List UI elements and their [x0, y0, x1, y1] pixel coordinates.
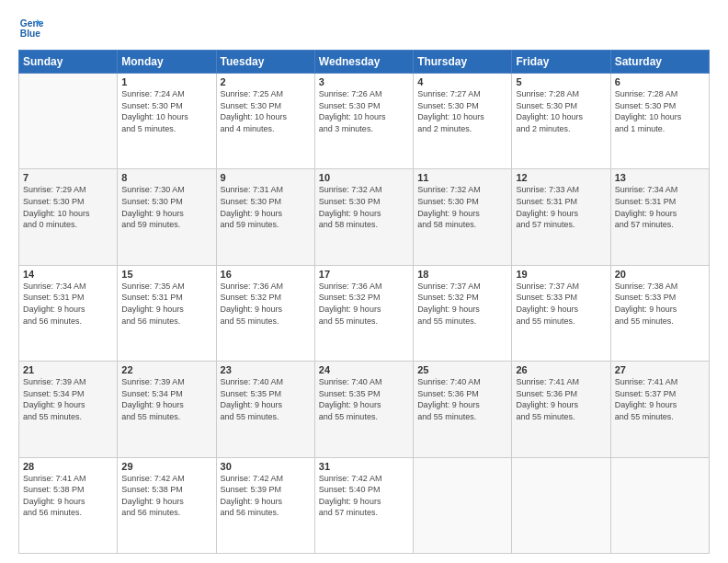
day-cell: 31Sunrise: 7:42 AM Sunset: 5:40 PM Dayli…: [314, 457, 413, 553]
day-cell: 3Sunrise: 7:26 AM Sunset: 5:30 PM Daylig…: [314, 74, 413, 169]
day-number: 13: [615, 172, 705, 183]
day-info: Sunrise: 7:32 AM Sunset: 5:30 PM Dayligh…: [417, 184, 507, 230]
day-info: Sunrise: 7:36 AM Sunset: 5:32 PM Dayligh…: [319, 281, 409, 327]
day-info: Sunrise: 7:28 AM Sunset: 5:30 PM Dayligh…: [615, 88, 705, 134]
day-number: 1: [121, 76, 211, 87]
day-number: 27: [615, 364, 705, 375]
day-info: Sunrise: 7:33 AM Sunset: 5:31 PM Dayligh…: [516, 184, 606, 230]
day-info: Sunrise: 7:37 AM Sunset: 5:32 PM Dayligh…: [417, 281, 507, 327]
logo-icon: General Blue: [18, 15, 44, 40]
day-number: 4: [417, 76, 507, 87]
day-cell: 24Sunrise: 7:40 AM Sunset: 5:35 PM Dayli…: [314, 362, 413, 457]
day-info: Sunrise: 7:41 AM Sunset: 5:37 PM Dayligh…: [615, 376, 705, 422]
day-cell: 15Sunrise: 7:35 AM Sunset: 5:31 PM Dayli…: [118, 265, 216, 361]
day-info: Sunrise: 7:27 AM Sunset: 5:30 PM Dayligh…: [417, 88, 507, 134]
calendar-table: SundayMondayTuesdayWednesdayThursdayFrid…: [18, 50, 710, 554]
day-number: 30: [221, 461, 311, 472]
day-cell: 19Sunrise: 7:37 AM Sunset: 5:33 PM Dayli…: [512, 265, 610, 361]
day-info: Sunrise: 7:31 AM Sunset: 5:30 PM Dayligh…: [221, 184, 311, 230]
day-cell: 10Sunrise: 7:32 AM Sunset: 5:30 PM Dayli…: [314, 169, 413, 265]
logo: General Blue: [18, 15, 44, 40]
day-cell: 12Sunrise: 7:33 AM Sunset: 5:31 PM Dayli…: [512, 169, 610, 265]
day-info: Sunrise: 7:39 AM Sunset: 5:34 PM Dayligh…: [121, 376, 211, 422]
day-info: Sunrise: 7:34 AM Sunset: 5:31 PM Dayligh…: [23, 281, 113, 327]
col-header-sunday: Sunday: [19, 51, 118, 74]
col-header-saturday: Saturday: [610, 51, 709, 74]
day-number: 21: [23, 364, 113, 375]
day-info: Sunrise: 7:24 AM Sunset: 5:30 PM Dayligh…: [121, 88, 211, 134]
day-cell: 7Sunrise: 7:29 AM Sunset: 5:30 PM Daylig…: [19, 169, 118, 265]
day-info: Sunrise: 7:34 AM Sunset: 5:31 PM Dayligh…: [615, 184, 705, 230]
day-cell: 22Sunrise: 7:39 AM Sunset: 5:34 PM Dayli…: [118, 362, 216, 457]
day-cell: 29Sunrise: 7:42 AM Sunset: 5:38 PM Dayli…: [118, 457, 216, 553]
day-cell: 26Sunrise: 7:41 AM Sunset: 5:36 PM Dayli…: [512, 362, 610, 457]
day-cell: [19, 74, 118, 169]
day-number: 15: [121, 269, 211, 280]
day-number: 31: [319, 461, 409, 472]
day-info: Sunrise: 7:32 AM Sunset: 5:30 PM Dayligh…: [319, 184, 409, 230]
page: General Blue SundayMondayTuesdayWednesda…: [0, 0, 728, 563]
day-number: 19: [516, 269, 606, 280]
day-number: 5: [516, 76, 606, 87]
day-cell: 28Sunrise: 7:41 AM Sunset: 5:38 PM Dayli…: [19, 457, 118, 553]
col-header-friday: Friday: [512, 51, 610, 74]
day-cell: 1Sunrise: 7:24 AM Sunset: 5:30 PM Daylig…: [118, 74, 216, 169]
day-cell: 27Sunrise: 7:41 AM Sunset: 5:37 PM Dayli…: [610, 362, 709, 457]
day-cell: 9Sunrise: 7:31 AM Sunset: 5:30 PM Daylig…: [216, 169, 314, 265]
day-cell: [512, 457, 610, 553]
day-number: 12: [516, 172, 606, 183]
day-cell: [610, 457, 709, 553]
day-number: 18: [417, 269, 507, 280]
day-number: 3: [319, 76, 409, 87]
day-number: 25: [417, 364, 507, 375]
day-cell: [414, 457, 512, 553]
day-cell: 25Sunrise: 7:40 AM Sunset: 5:36 PM Dayli…: [414, 362, 512, 457]
day-cell: 11Sunrise: 7:32 AM Sunset: 5:30 PM Dayli…: [414, 169, 512, 265]
col-header-tuesday: Tuesday: [216, 51, 314, 74]
day-info: Sunrise: 7:36 AM Sunset: 5:32 PM Dayligh…: [221, 281, 311, 327]
day-info: Sunrise: 7:38 AM Sunset: 5:33 PM Dayligh…: [615, 281, 705, 327]
col-header-wednesday: Wednesday: [314, 51, 413, 74]
day-number: 29: [121, 461, 211, 472]
day-number: 22: [121, 364, 211, 375]
day-number: 17: [319, 269, 409, 280]
day-cell: 30Sunrise: 7:42 AM Sunset: 5:39 PM Dayli…: [216, 457, 314, 553]
calendar-header-row: SundayMondayTuesdayWednesdayThursdayFrid…: [19, 51, 710, 74]
day-cell: 14Sunrise: 7:34 AM Sunset: 5:31 PM Dayli…: [19, 265, 118, 361]
day-info: Sunrise: 7:37 AM Sunset: 5:33 PM Dayligh…: [516, 281, 606, 327]
day-info: Sunrise: 7:29 AM Sunset: 5:30 PM Dayligh…: [23, 184, 113, 230]
day-number: 24: [319, 364, 409, 375]
day-number: 11: [417, 172, 507, 183]
day-info: Sunrise: 7:28 AM Sunset: 5:30 PM Dayligh…: [516, 88, 606, 134]
day-cell: 6Sunrise: 7:28 AM Sunset: 5:30 PM Daylig…: [610, 74, 709, 169]
day-info: Sunrise: 7:40 AM Sunset: 5:35 PM Dayligh…: [221, 376, 311, 422]
day-cell: 20Sunrise: 7:38 AM Sunset: 5:33 PM Dayli…: [610, 265, 709, 361]
col-header-thursday: Thursday: [414, 51, 512, 74]
day-number: 23: [221, 364, 311, 375]
day-info: Sunrise: 7:41 AM Sunset: 5:36 PM Dayligh…: [516, 376, 606, 422]
day-number: 14: [23, 269, 113, 280]
day-info: Sunrise: 7:42 AM Sunset: 5:40 PM Dayligh…: [319, 473, 409, 519]
day-cell: 17Sunrise: 7:36 AM Sunset: 5:32 PM Dayli…: [314, 265, 413, 361]
day-cell: 16Sunrise: 7:36 AM Sunset: 5:32 PM Dayli…: [216, 265, 314, 361]
day-number: 20: [615, 269, 705, 280]
day-cell: 18Sunrise: 7:37 AM Sunset: 5:32 PM Dayli…: [414, 265, 512, 361]
day-number: 28: [23, 461, 113, 472]
day-info: Sunrise: 7:42 AM Sunset: 5:38 PM Dayligh…: [121, 473, 211, 519]
day-info: Sunrise: 7:39 AM Sunset: 5:34 PM Dayligh…: [23, 376, 113, 422]
week-row-1: 1Sunrise: 7:24 AM Sunset: 5:30 PM Daylig…: [19, 74, 710, 169]
header: General Blue: [18, 15, 710, 40]
day-number: 10: [319, 172, 409, 183]
day-number: 16: [221, 269, 311, 280]
col-header-monday: Monday: [118, 51, 216, 74]
day-info: Sunrise: 7:40 AM Sunset: 5:36 PM Dayligh…: [417, 376, 507, 422]
day-cell: 21Sunrise: 7:39 AM Sunset: 5:34 PM Dayli…: [19, 362, 118, 457]
svg-text:Blue: Blue: [20, 29, 41, 39]
day-info: Sunrise: 7:26 AM Sunset: 5:30 PM Dayligh…: [319, 88, 409, 134]
day-info: Sunrise: 7:30 AM Sunset: 5:30 PM Dayligh…: [121, 184, 211, 230]
day-cell: 2Sunrise: 7:25 AM Sunset: 5:30 PM Daylig…: [216, 74, 314, 169]
day-number: 7: [23, 172, 113, 183]
day-info: Sunrise: 7:25 AM Sunset: 5:30 PM Dayligh…: [221, 88, 311, 134]
day-number: 6: [615, 76, 705, 87]
day-number: 2: [221, 76, 311, 87]
